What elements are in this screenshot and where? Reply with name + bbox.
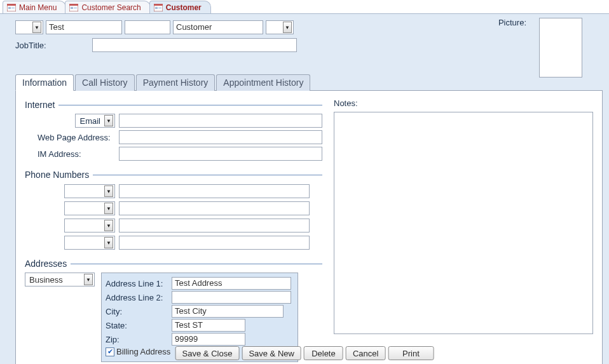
svg-rect-8 (71, 8, 73, 9)
phone-type-combo-3[interactable]: ▼ (64, 219, 115, 233)
document-tab-bar: Main Menu Customer Search Customer (0, 0, 609, 14)
svg-rect-6 (69, 4, 78, 6)
title-combo[interactable]: ▼ (15, 20, 43, 34)
dropdown-arrow-icon: ▼ (104, 185, 113, 197)
jobtitle-label: JobTitle: (15, 41, 46, 50)
tab-information[interactable]: Information (15, 74, 74, 91)
svg-rect-3 (8, 8, 11, 9)
dropdown-arrow-icon: ▼ (32, 22, 41, 33)
phone-input-1[interactable] (119, 184, 310, 198)
svg-rect-1 (7, 4, 16, 6)
form-icon (7, 4, 16, 11)
state-label: State: (106, 321, 172, 330)
addr-line1-input[interactable]: Test Address (172, 277, 291, 290)
suffix-combo[interactable]: ▼ (266, 20, 294, 34)
phone-input-3[interactable] (119, 219, 310, 233)
phone-group-label: Phone Numbers (25, 170, 89, 180)
picture-box[interactable] (539, 18, 582, 78)
email-input[interactable] (119, 114, 322, 128)
billing-label: Billing Address (116, 347, 170, 356)
delete-button[interactable]: Delete (304, 346, 343, 360)
addr-line2-label: Address Line 2: (106, 293, 172, 302)
tab-appointment-history[interactable]: Appointment History (216, 74, 310, 91)
cancel-button[interactable]: Cancel (346, 346, 385, 360)
dropdown-arrow-icon: ▼ (104, 220, 113, 231)
phone-input-4[interactable] (119, 236, 310, 250)
form-icon (154, 4, 163, 11)
svg-rect-2 (8, 7, 11, 8)
doc-tab-customer[interactable]: Customer (149, 1, 211, 13)
dropdown-arrow-icon: ▼ (104, 115, 113, 126)
tab-call-history[interactable]: Call History (75, 74, 135, 91)
phone-input-2[interactable] (119, 201, 310, 215)
email-type-label: Email (77, 116, 103, 126)
addr-line1-label: Address Line 1: (106, 279, 172, 288)
doc-tab-main-menu[interactable]: Main Menu (3, 1, 66, 13)
address-type-value: Business (27, 275, 83, 285)
svg-rect-14 (158, 7, 161, 9)
billing-checkbox[interactable]: ✔ (106, 347, 114, 356)
tab-body: Internet Email ▼ Web Page Address: IM (15, 90, 603, 364)
zip-label: Zip: (106, 335, 172, 344)
svg-rect-9 (74, 7, 77, 9)
dropdown-arrow-icon: ▼ (84, 274, 93, 285)
webpage-input[interactable] (119, 130, 322, 144)
city-input[interactable]: Test City (172, 305, 284, 318)
tab-payment-history[interactable]: Payment History (136, 74, 216, 91)
svg-rect-13 (155, 8, 158, 9)
jobtitle-input[interactable] (92, 38, 297, 52)
notes-label: Notes: (334, 98, 593, 108)
print-button[interactable]: Print (388, 346, 434, 360)
notes-textarea[interactable] (334, 112, 593, 334)
svg-rect-7 (71, 7, 73, 8)
save-close-button[interactable]: Save & Close (175, 346, 240, 360)
email-type-combo[interactable]: Email ▼ (75, 114, 115, 128)
dropdown-arrow-icon: ▼ (283, 22, 292, 33)
doc-tab-customer-search[interactable]: Customer Search (65, 1, 150, 13)
save-new-button[interactable]: Save & New (242, 346, 301, 360)
phone-type-combo-1[interactable]: ▼ (64, 184, 115, 198)
doc-tab-label: Customer Search (81, 3, 140, 12)
svg-rect-12 (155, 7, 158, 8)
im-input[interactable] (119, 147, 322, 161)
header-area: ▼ Test Customer ▼ JobTitle: Picture: (0, 14, 609, 56)
dropdown-arrow-icon: ▼ (104, 237, 113, 248)
last-name-input[interactable]: Customer (173, 20, 263, 34)
address-type-combo[interactable]: Business ▼ (25, 273, 95, 286)
button-bar: Save & Close Save & New Delete Cancel Pr… (175, 346, 434, 360)
webpage-label: Web Page Address: (25, 133, 119, 142)
form-icon (69, 4, 78, 11)
addr-line2-input[interactable] (172, 291, 291, 304)
addresses-group-label: Addresses (25, 259, 67, 269)
phone-type-combo-4[interactable]: ▼ (64, 236, 115, 250)
first-name-input[interactable]: Test (46, 20, 122, 34)
internet-group-label: Internet (25, 100, 55, 110)
city-label: City: (106, 307, 172, 316)
child-tab-bar: Information Call History Payment History… (15, 74, 603, 91)
zip-input[interactable]: 99999 (172, 333, 245, 346)
doc-tab-label: Main Menu (19, 3, 57, 12)
im-label: IM Address: (25, 149, 119, 159)
middle-name-input[interactable] (125, 20, 170, 34)
svg-rect-4 (11, 7, 15, 9)
doc-tab-label: Customer (166, 3, 202, 12)
picture-label: Picture: (498, 18, 526, 27)
phone-type-combo-2[interactable]: ▼ (64, 201, 115, 215)
svg-rect-11 (154, 4, 163, 6)
state-input[interactable]: Test ST (172, 319, 245, 332)
dropdown-arrow-icon: ▼ (104, 203, 113, 214)
